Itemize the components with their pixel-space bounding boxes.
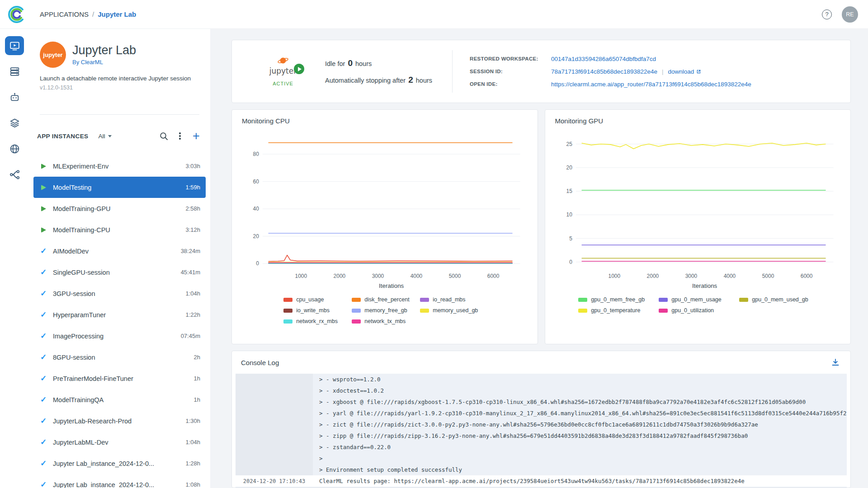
breadcrumb-current[interactable]: Jupyter Lab <box>98 10 136 18</box>
instance-duration: 1h <box>194 396 200 403</box>
instance-duration: 1:22h <box>185 311 200 318</box>
legend-item[interactable]: memory_used_gb <box>420 307 486 314</box>
legend-label: io_read_mbs <box>433 296 465 303</box>
legend-swatch <box>283 298 292 302</box>
legend-item[interactable]: gpu_0_mem_used_gb <box>739 296 817 303</box>
instance-row[interactable]: AIModelDev 38:24m <box>33 240 206 262</box>
topbar: APPLICATIONS / Jupyter Lab ? RE <box>0 0 868 29</box>
field-value-link[interactable]: https://clearml.acme.ai/app_router/78a71… <box>551 81 751 88</box>
instance-name: Jupyter Lab_instance_2024-12-0... <box>53 460 180 467</box>
instance-row[interactable]: 3GPU-session 1:04h <box>33 283 206 304</box>
legend-item[interactable]: disk_free_percent <box>352 296 417 303</box>
field-value-link[interactable]: 78a71713f6914c85b68dec1893822e4e <box>551 68 657 75</box>
instance-row[interactable]: PreTrainerModel-FineTuner 1h <box>33 368 206 389</box>
kebab-menu-icon[interactable] <box>174 130 186 142</box>
instances-filter-dropdown[interactable]: All <box>98 133 111 140</box>
instance-row[interactable]: Jupyter Lab_instance_2024-12-0... 1:28h <box>33 453 206 474</box>
instance-status-icon <box>39 290 47 297</box>
instance-name: 8GPU-session <box>53 354 189 361</box>
legend-label: io_write_mbs <box>296 307 330 314</box>
instance-row[interactable]: ImageProcessing 07:45m <box>33 325 206 347</box>
instance-duration: 1:04h <box>185 290 200 297</box>
instance-row[interactable]: JupyterLab-Research-Prod 1:30h <box>33 410 206 432</box>
svg-text:1000: 1000 <box>608 273 620 279</box>
instance-row[interactable]: JupyterLabML-Dev 1:04h <box>33 432 206 453</box>
svg-text:3000: 3000 <box>372 273 384 279</box>
log-line: > <box>236 453 847 464</box>
legend-item[interactable]: gpu_0_mem_usage <box>659 296 736 303</box>
legend-swatch <box>352 298 361 302</box>
chevron-down-icon <box>108 135 112 137</box>
svg-text:5000: 5000 <box>762 273 774 279</box>
rail-item-automation[interactable] <box>5 88 24 107</box>
legend-swatch <box>739 298 748 302</box>
legend-item[interactable]: gpu_0_temperature <box>578 307 656 314</box>
instance-status-icon <box>39 417 47 425</box>
legend-item[interactable]: cpu_usage <box>283 296 349 303</box>
avatar[interactable]: RE <box>842 6 858 23</box>
breadcrumb-applications[interactable]: APPLICATIONS <box>40 10 89 18</box>
instance-name: SingleGPU-session <box>53 269 175 276</box>
legend-item[interactable]: gpu_0_mem_free_gb <box>578 296 656 303</box>
legend-item[interactable]: memory_free_gb <box>352 307 417 314</box>
log-timestamp <box>236 464 313 475</box>
log-text: > <box>313 453 847 464</box>
instance-row[interactable]: ModelTraining-CPU 3:12h <box>33 219 206 240</box>
instance-row[interactable]: ModelTesting 1:59h <box>33 177 206 198</box>
instance-row[interactable]: Jupyter Lab_instance_2024-12-0... 1:08h <box>33 474 206 488</box>
instance-duration: 1h <box>194 375 200 382</box>
rail-item-datasets[interactable] <box>5 113 24 132</box>
field-value-row: 00147a1d33594286a65074dbfbdfa7cd <box>551 56 751 62</box>
legend-swatch <box>578 298 587 302</box>
chart-title-cpu: Monitoring CPU <box>242 117 528 125</box>
log-timestamp <box>236 385 313 396</box>
rail-item-applications[interactable] <box>5 36 24 55</box>
instance-status-icon <box>39 353 47 361</box>
console-log-title: Console Log <box>241 359 279 366</box>
clearml-logo-icon[interactable] <box>6 4 27 25</box>
instance-row[interactable]: ModelTrainingQA 1h <box>33 389 206 410</box>
app-byline[interactable]: By ClearML <box>72 59 136 66</box>
instance-row[interactable]: ModelTraining-GPU 2:58h <box>33 198 206 219</box>
legend-item[interactable]: network_rx_mbs <box>283 318 349 324</box>
legend-label: network_tx_mbs <box>364 318 406 324</box>
instance-status-icon <box>39 332 47 340</box>
help-icon[interactable]: ? <box>822 9 832 19</box>
instance-row[interactable]: 8GPU-session 2h <box>33 347 206 368</box>
legend-item[interactable]: io_read_mbs <box>420 296 486 303</box>
add-instance-button[interactable]: + <box>190 130 202 142</box>
field-value-link[interactable]: 00147a1d33594286a65074dbfbdfa7cd <box>551 56 656 62</box>
legend-swatch <box>283 309 292 313</box>
legend-item[interactable]: network_tx_mbs <box>352 318 417 324</box>
monitoring-gpu-card: Monitoring GPU 0510152025100020003000400… <box>545 109 851 344</box>
console-log-body[interactable]: > - wsproto==1.2.0> - xdoctest==1.0.2> -… <box>236 374 847 488</box>
instance-name: ModelTrainingQA <box>53 396 189 404</box>
session-timers: Idle for 0 hours Automatically stopping … <box>325 58 432 85</box>
legend-item[interactable]: gpu_0_utilization <box>659 307 736 314</box>
instance-row[interactable]: SingleGPU-session 45:41m <box>33 262 206 283</box>
rail-item-hyper-datasets[interactable] <box>5 139 24 158</box>
log-timestamp <box>236 453 313 464</box>
log-timestamp <box>236 408 313 419</box>
instance-status-icon <box>39 206 47 211</box>
instance-row[interactable]: HyperparamTuner 1:22h <box>33 304 206 325</box>
legend-item[interactable]: io_write_mbs <box>283 307 349 314</box>
instance-duration: 1:04h <box>185 439 200 446</box>
svg-text:0: 0 <box>569 259 572 265</box>
instance-row[interactable]: MLExperiment-Env 3:03h <box>33 155 206 177</box>
instance-name: PreTrainerModel-FineTuner <box>53 375 189 382</box>
log-text: > - zipp @ file:///rapids/zipp-3.16.2-py… <box>313 430 847 441</box>
download-log-icon[interactable] <box>830 357 841 368</box>
idle-hours-value: 0 <box>347 58 354 68</box>
instance-duration: 45:41m <box>181 269 200 276</box>
rail-item-workers-queues[interactable] <box>5 62 24 81</box>
rail-item-pipelines[interactable] <box>5 165 24 184</box>
app-instances-title: APP INSTANCES <box>37 133 88 140</box>
svg-text:5000: 5000 <box>449 273 461 279</box>
workers-queues-icon <box>9 66 20 77</box>
download-link[interactable]: download <box>668 68 702 75</box>
search-icon[interactable] <box>158 130 170 142</box>
svg-text:Iterations: Iterations <box>379 282 404 289</box>
legend-label: memory_free_gb <box>364 307 407 314</box>
field-value-row: 78a71713f6914c85b68dec1893822e4e|downloa… <box>551 68 751 75</box>
